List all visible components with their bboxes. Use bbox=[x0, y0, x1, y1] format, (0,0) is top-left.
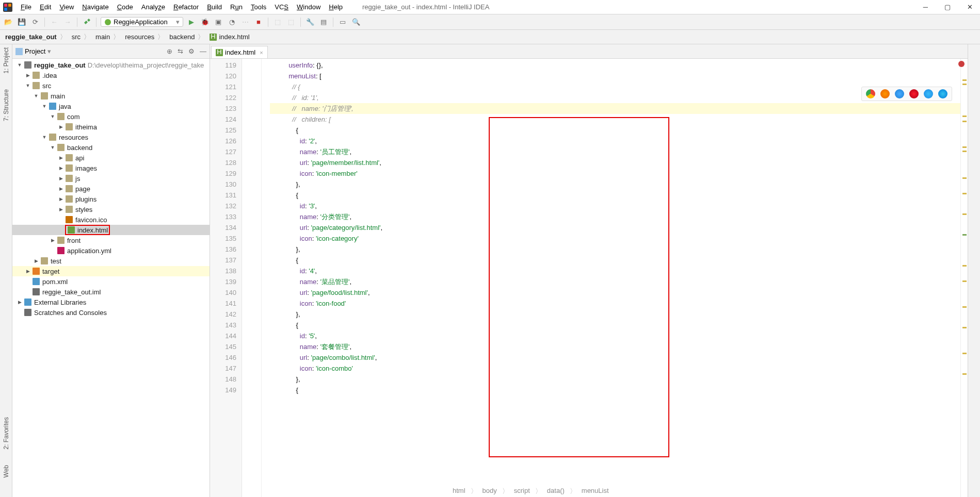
search-icon[interactable]: 🔍 bbox=[351, 17, 361, 27]
chrome-icon[interactable] bbox=[866, 89, 875, 98]
tree-item[interactable]: ▼reggie_take_outD:\develop\itheima_proje… bbox=[12, 60, 210, 70]
tree-item[interactable]: ▼com bbox=[12, 111, 210, 122]
menu-view[interactable]: View bbox=[55, 2, 78, 12]
tree-item[interactable]: ▶front bbox=[12, 235, 210, 245]
tree-item[interactable]: index.html bbox=[12, 225, 210, 235]
menu-code[interactable]: Code bbox=[113, 2, 137, 12]
menu-refactor[interactable]: Refactor bbox=[169, 2, 203, 12]
expand-icon[interactable]: ⇆ bbox=[178, 47, 183, 55]
structure-icon[interactable]: ▤ bbox=[318, 17, 329, 27]
safari-icon[interactable] bbox=[895, 89, 904, 98]
tree-item[interactable]: ▶api bbox=[12, 153, 210, 163]
hide-icon[interactable]: — bbox=[200, 47, 206, 55]
avd-icon[interactable]: ▭ bbox=[338, 17, 348, 27]
strip-structure[interactable]: 7: Structure bbox=[3, 89, 10, 121]
menu-window[interactable]: Window bbox=[293, 2, 325, 12]
run-config-label: ReggieApplication bbox=[114, 18, 168, 26]
project-header[interactable]: Project ▾ bbox=[15, 47, 51, 55]
ie-icon[interactable] bbox=[924, 89, 933, 98]
edge-icon[interactable] bbox=[938, 89, 947, 98]
save-icon[interactable]: 💾 bbox=[17, 17, 27, 27]
forward-icon[interactable]: → bbox=[62, 17, 73, 27]
window-maximize-button[interactable]: ▢ bbox=[944, 3, 951, 11]
opera-icon[interactable] bbox=[909, 89, 919, 98]
tree-item[interactable]: ▶External Libraries bbox=[12, 297, 210, 307]
line-number-gutter[interactable]: 1191201211221231241251261271281291301311… bbox=[210, 59, 242, 497]
tree-item[interactable]: ▼main bbox=[12, 91, 210, 101]
editor-tab-index[interactable]: H index.html × bbox=[211, 46, 268, 58]
tree-item[interactable]: ▼resources bbox=[12, 132, 210, 142]
menu-vcs[interactable]: VCS bbox=[270, 2, 293, 12]
menu-help[interactable]: Help bbox=[325, 2, 347, 12]
tree-item[interactable]: ▶plugins bbox=[12, 194, 210, 204]
tree-item[interactable]: ▶.idea bbox=[12, 70, 210, 80]
breadcrumb[interactable]: src〉 bbox=[70, 32, 93, 42]
tree-item[interactable]: ▼src bbox=[12, 80, 210, 91]
strip-project[interactable]: 1: Project bbox=[3, 47, 10, 74]
sync-icon[interactable]: ⟳ bbox=[30, 17, 40, 27]
editor-breadcrumbs[interactable]: html〉body〉script〉data()〉menuList bbox=[453, 486, 609, 497]
tree-item[interactable]: ▶target bbox=[12, 266, 210, 276]
svg-rect-25 bbox=[57, 237, 65, 244]
tree-item[interactable]: ▼backend bbox=[12, 142, 210, 153]
gear-icon[interactable]: ⚙ bbox=[188, 47, 195, 55]
breadcrumb[interactable]: reggie_take_out〉 bbox=[3, 32, 70, 42]
menu-build[interactable]: Build bbox=[203, 2, 226, 12]
strip-web[interactable]: Web bbox=[3, 465, 10, 477]
wrench-icon[interactable]: 🔧 bbox=[305, 17, 315, 27]
tree-item[interactable]: ▶page bbox=[12, 184, 210, 194]
run-icon[interactable]: ▶ bbox=[186, 17, 197, 27]
menu-tools[interactable]: Tools bbox=[247, 2, 270, 12]
open-icon[interactable]: 📂 bbox=[3, 17, 13, 27]
tree-item[interactable]: ▶itheima bbox=[12, 122, 210, 132]
breadcrumb[interactable]: backend〉 bbox=[167, 32, 207, 42]
tree-item[interactable]: Scratches and Consoles bbox=[12, 307, 210, 318]
locate-icon[interactable]: ⊕ bbox=[167, 47, 172, 55]
error-stripe[interactable] bbox=[960, 59, 968, 497]
coverage-icon[interactable]: ▣ bbox=[213, 17, 223, 27]
stop-icon[interactable]: ■ bbox=[253, 17, 264, 27]
tree-item[interactable]: ▶test bbox=[12, 256, 210, 266]
tree-item[interactable]: favicon.ico bbox=[12, 214, 210, 225]
menu-navigate[interactable]: Navigate bbox=[78, 2, 113, 12]
window-close-button[interactable]: ✕ bbox=[967, 3, 973, 11]
debug-icon[interactable]: 🐞 bbox=[200, 17, 210, 27]
menubar: File Edit View Navigate Code Analyze Ref… bbox=[0, 0, 980, 14]
icon-gutter[interactable] bbox=[242, 59, 262, 497]
code-editor[interactable]: userInfo: {}, menuList: [ // { // id: '1… bbox=[262, 59, 960, 497]
tree-item[interactable]: reggie_take_out.iml bbox=[12, 287, 210, 297]
svg-rect-17 bbox=[66, 154, 73, 161]
project-view-icon bbox=[15, 48, 23, 55]
breadcrumb[interactable]: main〉 bbox=[93, 32, 123, 42]
app-logo-icon bbox=[3, 3, 12, 12]
tree-item[interactable]: application.yml bbox=[12, 245, 210, 256]
tree-item[interactable]: pom.xml bbox=[12, 276, 210, 287]
project-tree[interactable]: ▼reggie_take_outD:\develop\itheima_proje… bbox=[12, 59, 210, 497]
tree-item[interactable]: ▶styles bbox=[12, 204, 210, 214]
breadcrumb[interactable]: resources〉 bbox=[123, 32, 167, 42]
profile-icon[interactable]: ◔ bbox=[227, 17, 237, 27]
vcs-icon[interactable]: ⬚ bbox=[286, 17, 296, 27]
breadcrumb[interactable]: H index.html bbox=[207, 33, 251, 41]
error-indicator-icon[interactable] bbox=[958, 61, 965, 67]
svg-rect-11 bbox=[41, 92, 48, 100]
close-icon[interactable]: × bbox=[260, 49, 263, 56]
menu-edit[interactable]: Edit bbox=[36, 2, 55, 12]
build-hammer-icon[interactable] bbox=[82, 17, 92, 27]
firefox-icon[interactable] bbox=[880, 89, 890, 98]
menu-run[interactable]: Run bbox=[226, 2, 247, 12]
window-minimize-button[interactable]: ─ bbox=[923, 3, 928, 11]
tree-item[interactable]: ▶js bbox=[12, 173, 210, 184]
back-icon[interactable]: ← bbox=[49, 17, 59, 27]
menu-file[interactable]: File bbox=[17, 2, 36, 12]
tree-item[interactable]: ▼java bbox=[12, 101, 210, 111]
menu-analyze[interactable]: Analyze bbox=[137, 2, 169, 12]
attach-icon[interactable]: ⋯ bbox=[240, 17, 250, 27]
svg-rect-18 bbox=[66, 164, 73, 172]
strip-favorites[interactable]: 2: Favorites bbox=[3, 417, 10, 450]
run-config-selector[interactable]: ReggieApplication ▾ bbox=[101, 17, 183, 27]
spring-boot-icon bbox=[104, 19, 111, 26]
project-tool-window: Project ▾ ⊕ ⇆ ⚙ — ▼reggie_take_outD:\dev… bbox=[12, 44, 210, 497]
update-icon[interactable]: ⬚ bbox=[272, 17, 283, 27]
tree-item[interactable]: ▶images bbox=[12, 163, 210, 173]
